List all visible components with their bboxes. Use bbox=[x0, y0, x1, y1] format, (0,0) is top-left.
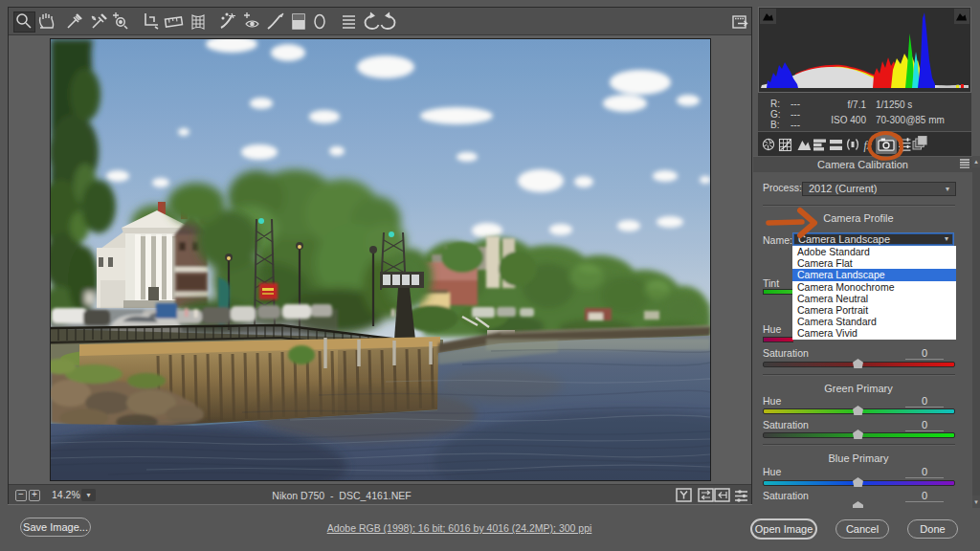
svg-text:fx: fx bbox=[864, 140, 873, 152]
